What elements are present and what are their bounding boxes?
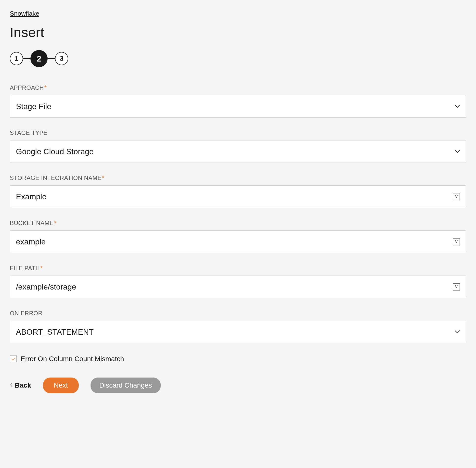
on-error-value: ABORT_STATEMENT: [16, 328, 455, 336]
field-storage-integration: STORAGE INTEGRATION NAME* V: [10, 175, 466, 208]
storage-integration-label: STORAGE INTEGRATION NAME*: [10, 175, 466, 181]
required-indicator: *: [102, 175, 105, 181]
file-path-label-text: FILE PATH: [10, 265, 40, 271]
bucket-name-input-wrap: V: [10, 231, 466, 253]
error-mismatch-checkbox-row: Error On Column Count Mismatch: [10, 355, 466, 363]
chevron-down-icon: [455, 330, 460, 334]
field-stage-type: STAGE TYPE Google Cloud Storage: [10, 130, 466, 163]
breadcrumb-link[interactable]: Snowflake: [10, 10, 39, 17]
step-3[interactable]: 3: [55, 52, 68, 65]
stage-type-label: STAGE TYPE: [10, 130, 466, 136]
field-file-path: FILE PATH* V: [10, 265, 466, 298]
chevron-left-icon: [10, 382, 13, 389]
bucket-name-label-text: BUCKET NAME: [10, 220, 53, 226]
checkmark-icon: [11, 356, 16, 361]
error-mismatch-label: Error On Column Count Mismatch: [21, 355, 124, 363]
error-mismatch-checkbox[interactable]: [10, 355, 17, 362]
variable-picker-icon[interactable]: V: [453, 283, 460, 291]
discard-button[interactable]: Discard Changes: [91, 378, 161, 393]
storage-integration-label-text: STORAGE INTEGRATION NAME: [10, 175, 102, 181]
approach-label-text: APPROACH: [10, 84, 44, 91]
storage-integration-input[interactable]: [16, 192, 453, 201]
field-on-error: ON ERROR ABORT_STATEMENT: [10, 310, 466, 343]
button-row: Back Next Discard Changes: [10, 378, 466, 393]
step-connector: [23, 58, 31, 59]
step-1[interactable]: 1: [10, 52, 23, 65]
page-title: Insert: [10, 24, 466, 40]
file-path-label: FILE PATH*: [10, 265, 466, 272]
variable-picker-icon[interactable]: V: [453, 238, 460, 245]
approach-label: APPROACH*: [10, 84, 466, 91]
bucket-name-label: BUCKET NAME*: [10, 220, 466, 227]
approach-select[interactable]: Stage File: [10, 95, 466, 118]
back-button-label: Back: [15, 381, 31, 389]
required-indicator: *: [45, 84, 47, 91]
on-error-label: ON ERROR: [10, 310, 466, 317]
required-indicator: *: [54, 220, 56, 226]
chevron-down-icon: [455, 105, 460, 108]
file-path-input-wrap: V: [10, 276, 466, 298]
variable-picker-icon[interactable]: V: [453, 193, 460, 200]
next-button[interactable]: Next: [43, 378, 79, 393]
on-error-select[interactable]: ABORT_STATEMENT: [10, 321, 466, 343]
back-button[interactable]: Back: [10, 381, 31, 389]
field-approach: APPROACH* Stage File: [10, 84, 466, 118]
storage-integration-input-wrap: V: [10, 185, 466, 208]
stepper: 1 2 3: [10, 50, 466, 67]
bucket-name-input[interactable]: [16, 237, 453, 246]
stage-type-select[interactable]: Google Cloud Storage: [10, 140, 466, 163]
file-path-input[interactable]: [16, 282, 453, 292]
field-bucket-name: BUCKET NAME* V: [10, 220, 466, 253]
approach-value: Stage File: [16, 102, 455, 111]
stage-type-value: Google Cloud Storage: [16, 147, 455, 156]
step-connector: [48, 58, 55, 59]
required-indicator: *: [40, 265, 43, 271]
step-2[interactable]: 2: [31, 50, 48, 67]
chevron-down-icon: [455, 150, 460, 153]
